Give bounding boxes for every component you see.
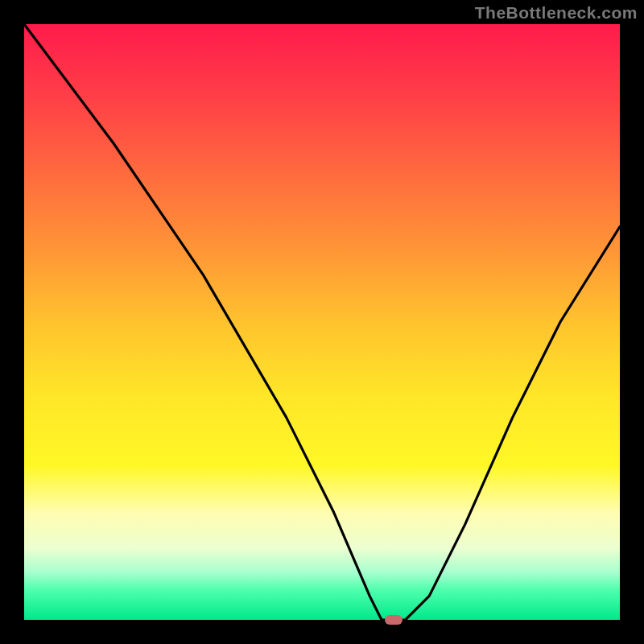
- plot-area: [24, 24, 620, 620]
- optimal-marker: [385, 615, 402, 625]
- bottleneck-curve: [24, 24, 620, 620]
- attribution-text: TheBottleneck.com: [475, 3, 638, 23]
- chart-frame: TheBottleneck.com: [0, 0, 644, 644]
